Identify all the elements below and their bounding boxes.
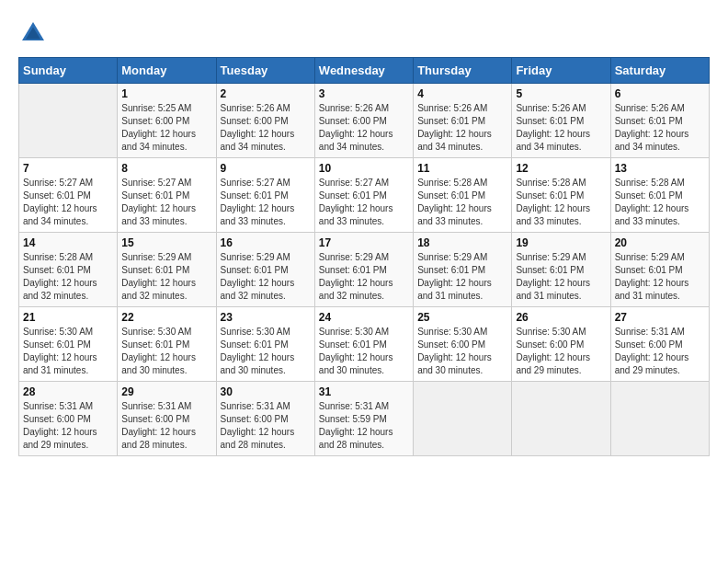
- day-info: Sunrise: 5:26 AM Sunset: 6:00 PM Dayligh…: [319, 102, 409, 154]
- calendar-cell: 1Sunrise: 5:25 AM Sunset: 6:00 PM Daylig…: [118, 84, 216, 158]
- day-info: Sunrise: 5:29 AM Sunset: 6:01 PM Dayligh…: [615, 251, 705, 303]
- day-info: Sunrise: 5:30 AM Sunset: 6:00 PM Dayligh…: [516, 326, 606, 377]
- day-number: 6: [615, 87, 705, 100]
- day-number: 9: [221, 162, 311, 175]
- weekday-header: Friday: [512, 58, 610, 84]
- calendar-cell: 5Sunrise: 5:26 AM Sunset: 6:01 PM Daylig…: [512, 84, 610, 158]
- weekday-header: Tuesday: [216, 58, 314, 84]
- day-info: Sunrise: 5:27 AM Sunset: 6:01 PM Dayligh…: [319, 177, 409, 228]
- calendar-cell: 6Sunrise: 5:26 AM Sunset: 6:01 PM Daylig…: [610, 84, 709, 158]
- day-number: 12: [516, 162, 606, 175]
- day-info: Sunrise: 5:28 AM Sunset: 6:01 PM Dayligh…: [516, 177, 606, 228]
- weekday-header-row: SundayMondayTuesdayWednesdayThursdayFrid…: [19, 58, 710, 84]
- calendar-cell: 17Sunrise: 5:29 AM Sunset: 6:01 PM Dayli…: [314, 233, 413, 307]
- calendar-cell: 23Sunrise: 5:30 AM Sunset: 6:01 PM Dayli…: [216, 307, 314, 382]
- day-info: Sunrise: 5:30 AM Sunset: 6:01 PM Dayligh…: [319, 326, 409, 377]
- day-number: 23: [221, 311, 311, 324]
- day-number: 19: [516, 236, 606, 249]
- calendar-week-row: 21Sunrise: 5:30 AM Sunset: 6:01 PM Dayli…: [19, 307, 710, 382]
- day-info: Sunrise: 5:27 AM Sunset: 6:01 PM Dayligh…: [221, 177, 311, 228]
- day-info: Sunrise: 5:26 AM Sunset: 6:00 PM Dayligh…: [221, 102, 311, 154]
- calendar-cell: 7Sunrise: 5:27 AM Sunset: 6:01 PM Daylig…: [19, 158, 118, 233]
- calendar-cell: 22Sunrise: 5:30 AM Sunset: 6:01 PM Dayli…: [118, 307, 216, 382]
- calendar-cell: [610, 382, 709, 456]
- day-info: Sunrise: 5:31 AM Sunset: 5:59 PM Dayligh…: [319, 400, 409, 452]
- day-info: Sunrise: 5:31 AM Sunset: 6:00 PM Dayligh…: [221, 400, 311, 452]
- calendar-table: SundayMondayTuesdayWednesdayThursdayFrid…: [18, 57, 710, 456]
- day-number: 13: [615, 162, 705, 175]
- day-info: Sunrise: 5:29 AM Sunset: 6:01 PM Dayligh…: [516, 251, 606, 303]
- calendar-cell: 4Sunrise: 5:26 AM Sunset: 6:01 PM Daylig…: [414, 84, 512, 158]
- calendar-week-row: 1Sunrise: 5:25 AM Sunset: 6:00 PM Daylig…: [19, 84, 710, 158]
- day-number: 11: [417, 162, 507, 175]
- day-number: 7: [23, 162, 113, 175]
- day-number: 3: [319, 87, 409, 100]
- calendar-cell: 15Sunrise: 5:29 AM Sunset: 6:01 PM Dayli…: [118, 233, 216, 307]
- day-number: 10: [319, 162, 409, 175]
- calendar-cell: 8Sunrise: 5:27 AM Sunset: 6:01 PM Daylig…: [118, 158, 216, 233]
- day-info: Sunrise: 5:27 AM Sunset: 6:01 PM Dayligh…: [121, 177, 211, 228]
- calendar-cell: [512, 382, 610, 456]
- logo-icon: [18, 18, 48, 48]
- calendar-cell: 29Sunrise: 5:31 AM Sunset: 6:00 PM Dayli…: [118, 382, 216, 456]
- weekday-header: Thursday: [414, 58, 512, 84]
- logo: [18, 18, 51, 48]
- day-info: Sunrise: 5:29 AM Sunset: 6:01 PM Dayligh…: [417, 251, 507, 303]
- day-info: Sunrise: 5:29 AM Sunset: 6:01 PM Dayligh…: [221, 251, 311, 303]
- calendar-cell: 16Sunrise: 5:29 AM Sunset: 6:01 PM Dayli…: [216, 233, 314, 307]
- calendar-cell: 18Sunrise: 5:29 AM Sunset: 6:01 PM Dayli…: [414, 233, 512, 307]
- calendar-week-row: 7Sunrise: 5:27 AM Sunset: 6:01 PM Daylig…: [19, 158, 710, 233]
- calendar-cell: 2Sunrise: 5:26 AM Sunset: 6:00 PM Daylig…: [216, 84, 314, 158]
- calendar-cell: 3Sunrise: 5:26 AM Sunset: 6:00 PM Daylig…: [314, 84, 413, 158]
- calendar-cell: 26Sunrise: 5:30 AM Sunset: 6:00 PM Dayli…: [512, 307, 610, 382]
- calendar-week-row: 14Sunrise: 5:28 AM Sunset: 6:01 PM Dayli…: [19, 233, 710, 307]
- day-number: 8: [121, 162, 211, 175]
- calendar-cell: 12Sunrise: 5:28 AM Sunset: 6:01 PM Dayli…: [512, 158, 610, 233]
- weekday-header: Monday: [118, 58, 216, 84]
- day-number: 22: [121, 311, 211, 324]
- calendar-cell: 19Sunrise: 5:29 AM Sunset: 6:01 PM Dayli…: [512, 233, 610, 307]
- day-number: 25: [417, 311, 507, 324]
- day-number: 17: [319, 236, 409, 249]
- day-number: 18: [417, 236, 507, 249]
- day-number: 16: [221, 236, 311, 249]
- calendar-cell: 21Sunrise: 5:30 AM Sunset: 6:01 PM Dayli…: [19, 307, 118, 382]
- day-number: 20: [615, 236, 705, 249]
- day-number: 21: [23, 311, 113, 324]
- day-number: 4: [417, 87, 507, 100]
- day-number: 29: [121, 385, 211, 398]
- day-number: 26: [516, 311, 606, 324]
- day-info: Sunrise: 5:26 AM Sunset: 6:01 PM Dayligh…: [417, 102, 507, 154]
- day-number: 28: [23, 385, 113, 398]
- calendar-cell: 31Sunrise: 5:31 AM Sunset: 5:59 PM Dayli…: [314, 382, 413, 456]
- day-info: Sunrise: 5:29 AM Sunset: 6:01 PM Dayligh…: [121, 251, 211, 303]
- day-info: Sunrise: 5:30 AM Sunset: 6:01 PM Dayligh…: [121, 326, 211, 377]
- day-info: Sunrise: 5:28 AM Sunset: 6:01 PM Dayligh…: [23, 251, 113, 303]
- calendar-cell: 24Sunrise: 5:30 AM Sunset: 6:01 PM Dayli…: [314, 307, 413, 382]
- day-number: 27: [615, 311, 705, 324]
- calendar-cell: 30Sunrise: 5:31 AM Sunset: 6:00 PM Dayli…: [216, 382, 314, 456]
- calendar-cell: 13Sunrise: 5:28 AM Sunset: 6:01 PM Dayli…: [610, 158, 709, 233]
- day-number: 31: [319, 385, 409, 398]
- calendar-cell: 14Sunrise: 5:28 AM Sunset: 6:01 PM Dayli…: [19, 233, 118, 307]
- calendar-week-row: 28Sunrise: 5:31 AM Sunset: 6:00 PM Dayli…: [19, 382, 710, 456]
- day-number: 5: [516, 87, 606, 100]
- day-info: Sunrise: 5:30 AM Sunset: 6:00 PM Dayligh…: [417, 326, 507, 377]
- calendar-cell: 28Sunrise: 5:31 AM Sunset: 6:00 PM Dayli…: [19, 382, 118, 456]
- day-info: Sunrise: 5:26 AM Sunset: 6:01 PM Dayligh…: [516, 102, 606, 154]
- calendar-cell: 10Sunrise: 5:27 AM Sunset: 6:01 PM Dayli…: [314, 158, 413, 233]
- day-info: Sunrise: 5:29 AM Sunset: 6:01 PM Dayligh…: [319, 251, 409, 303]
- day-number: 30: [221, 385, 311, 398]
- day-number: 24: [319, 311, 409, 324]
- day-info: Sunrise: 5:27 AM Sunset: 6:01 PM Dayligh…: [23, 177, 113, 228]
- weekday-header: Saturday: [610, 58, 709, 84]
- calendar-cell: 9Sunrise: 5:27 AM Sunset: 6:01 PM Daylig…: [216, 158, 314, 233]
- day-number: 15: [121, 236, 211, 249]
- calendar-cell: [19, 84, 118, 158]
- day-number: 2: [221, 87, 311, 100]
- page-header: [18, 18, 710, 48]
- day-info: Sunrise: 5:26 AM Sunset: 6:01 PM Dayligh…: [615, 102, 705, 154]
- calendar-cell: 27Sunrise: 5:31 AM Sunset: 6:00 PM Dayli…: [610, 307, 709, 382]
- calendar-body: 1Sunrise: 5:25 AM Sunset: 6:00 PM Daylig…: [19, 84, 710, 456]
- calendar-cell: 25Sunrise: 5:30 AM Sunset: 6:00 PM Dayli…: [414, 307, 512, 382]
